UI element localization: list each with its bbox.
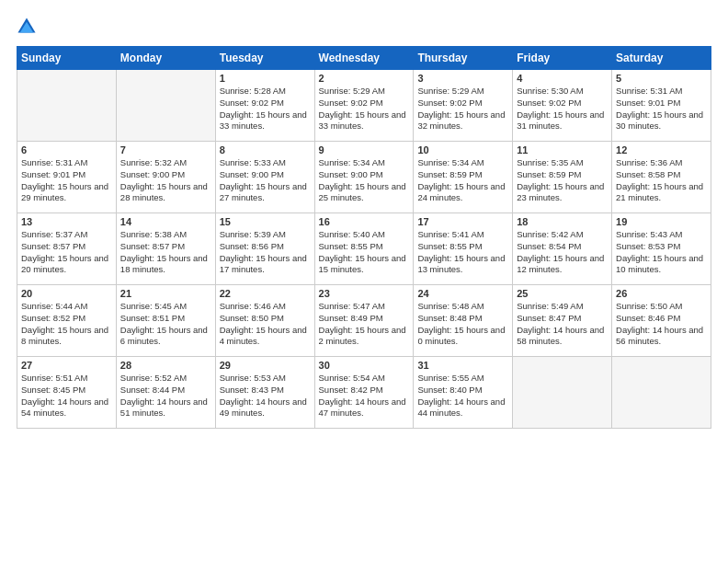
calendar-cell: 13Sunrise: 5:37 AM Sunset: 8:57 PM Dayli… — [17, 213, 117, 285]
day-number: 1 — [220, 73, 311, 84]
day-info: Sunrise: 5:28 AM Sunset: 9:02 PM Dayligh… — [220, 86, 311, 132]
day-number: 8 — [220, 144, 311, 155]
calendar: SundayMondayTuesdayWednesdayThursdayFrid… — [17, 46, 711, 429]
day-info: Sunrise: 5:40 AM Sunset: 8:55 PM Dayligh… — [319, 229, 410, 276]
day-number: 4 — [517, 73, 608, 84]
calendar-cell: 17Sunrise: 5:41 AM Sunset: 8:55 PM Dayli… — [414, 213, 513, 285]
calendar-cell: 5Sunrise: 5:31 AM Sunset: 9:01 PM Daylig… — [612, 70, 711, 142]
day-info: Sunrise: 5:42 AM Sunset: 8:54 PM Dayligh… — [517, 229, 608, 276]
calendar-cell: 15Sunrise: 5:39 AM Sunset: 8:56 PM Dayli… — [215, 213, 314, 285]
calendar-cell: 16Sunrise: 5:40 AM Sunset: 8:55 PM Dayli… — [314, 213, 414, 285]
calendar-cell: 11Sunrise: 5:35 AM Sunset: 8:59 PM Dayli… — [513, 142, 612, 213]
day-info: Sunrise: 5:52 AM Sunset: 8:44 PM Dayligh… — [120, 373, 211, 419]
day-info: Sunrise: 5:47 AM Sunset: 8:49 PM Dayligh… — [319, 301, 410, 348]
day-number: 14 — [120, 216, 211, 227]
day-info: Sunrise: 5:41 AM Sunset: 8:55 PM Dayligh… — [417, 229, 508, 276]
page: SundayMondayTuesdayWednesdayThursdayFrid… — [0, 0, 728, 563]
calendar-cell: 28Sunrise: 5:52 AM Sunset: 8:44 PM Dayli… — [116, 357, 215, 429]
day-info: Sunrise: 5:44 AM Sunset: 8:52 PM Dayligh… — [21, 301, 112, 348]
day-number: 16 — [319, 216, 410, 227]
calendar-cell: 27Sunrise: 5:51 AM Sunset: 8:45 PM Dayli… — [17, 357, 117, 429]
day-info: Sunrise: 5:31 AM Sunset: 9:01 PM Dayligh… — [21, 157, 112, 204]
calendar-cell: 18Sunrise: 5:42 AM Sunset: 8:54 PM Dayli… — [513, 213, 612, 285]
day-info: Sunrise: 5:34 AM Sunset: 9:00 PM Dayligh… — [319, 157, 410, 204]
calendar-header-row: SundayMondayTuesdayWednesdayThursdayFrid… — [17, 47, 711, 70]
day-number: 10 — [417, 144, 508, 155]
calendar-week-row: 1Sunrise: 5:28 AM Sunset: 9:02 PM Daylig… — [17, 70, 711, 142]
day-info: Sunrise: 5:48 AM Sunset: 8:48 PM Dayligh… — [417, 301, 508, 348]
day-number: 3 — [417, 73, 508, 84]
logo-icon — [17, 17, 37, 37]
day-number: 11 — [517, 144, 608, 155]
calendar-cell: 4Sunrise: 5:30 AM Sunset: 9:02 PM Daylig… — [513, 70, 612, 142]
day-number: 20 — [21, 288, 112, 299]
day-number: 6 — [21, 144, 112, 155]
day-number: 29 — [220, 360, 311, 371]
calendar-cell: 24Sunrise: 5:48 AM Sunset: 8:48 PM Dayli… — [414, 285, 513, 357]
calendar-cell: 21Sunrise: 5:45 AM Sunset: 8:51 PM Dayli… — [116, 285, 215, 357]
day-number: 31 — [417, 360, 508, 371]
calendar-cell: 3Sunrise: 5:29 AM Sunset: 9:02 PM Daylig… — [414, 70, 513, 142]
day-number: 12 — [616, 144, 707, 155]
day-number: 22 — [220, 288, 311, 299]
day-number: 13 — [21, 216, 112, 227]
day-info: Sunrise: 5:43 AM Sunset: 8:53 PM Dayligh… — [616, 229, 707, 276]
day-info: Sunrise: 5:32 AM Sunset: 9:00 PM Dayligh… — [120, 157, 211, 204]
day-number: 17 — [417, 216, 508, 227]
day-number: 18 — [517, 216, 608, 227]
day-number: 30 — [319, 360, 410, 371]
calendar-cell: 2Sunrise: 5:29 AM Sunset: 9:02 PM Daylig… — [314, 70, 414, 142]
header — [17, 17, 711, 37]
day-info: Sunrise: 5:39 AM Sunset: 8:56 PM Dayligh… — [220, 229, 311, 276]
day-number: 28 — [120, 360, 211, 371]
day-info: Sunrise: 5:29 AM Sunset: 9:02 PM Dayligh… — [417, 86, 508, 132]
day-number: 21 — [120, 288, 211, 299]
day-info: Sunrise: 5:51 AM Sunset: 8:45 PM Dayligh… — [21, 373, 112, 419]
calendar-cell: 20Sunrise: 5:44 AM Sunset: 8:52 PM Dayli… — [17, 285, 117, 357]
calendar-week-row: 6Sunrise: 5:31 AM Sunset: 9:01 PM Daylig… — [17, 142, 711, 213]
day-number: 23 — [319, 288, 410, 299]
day-info: Sunrise: 5:55 AM Sunset: 8:40 PM Dayligh… — [417, 373, 508, 419]
day-info: Sunrise: 5:35 AM Sunset: 8:59 PM Dayligh… — [517, 157, 608, 204]
day-info: Sunrise: 5:31 AM Sunset: 9:01 PM Dayligh… — [616, 86, 707, 132]
calendar-cell: 25Sunrise: 5:49 AM Sunset: 8:47 PM Dayli… — [513, 285, 612, 357]
day-info: Sunrise: 5:34 AM Sunset: 8:59 PM Dayligh… — [417, 157, 508, 204]
day-number: 2 — [319, 73, 410, 84]
day-info: Sunrise: 5:54 AM Sunset: 8:42 PM Dayligh… — [319, 373, 410, 419]
calendar-header-friday: Friday — [513, 47, 612, 70]
calendar-cell: 31Sunrise: 5:55 AM Sunset: 8:40 PM Dayli… — [414, 357, 513, 429]
calendar-week-row: 13Sunrise: 5:37 AM Sunset: 8:57 PM Dayli… — [17, 213, 711, 285]
calendar-cell: 30Sunrise: 5:54 AM Sunset: 8:42 PM Dayli… — [314, 357, 414, 429]
day-number: 26 — [616, 288, 707, 299]
logo — [17, 17, 40, 37]
calendar-header-tuesday: Tuesday — [215, 47, 314, 70]
day-info: Sunrise: 5:53 AM Sunset: 8:43 PM Dayligh… — [220, 373, 311, 419]
calendar-header-sunday: Sunday — [17, 47, 117, 70]
calendar-cell — [612, 357, 711, 429]
day-number: 15 — [220, 216, 311, 227]
calendar-header-thursday: Thursday — [414, 47, 513, 70]
day-info: Sunrise: 5:45 AM Sunset: 8:51 PM Dayligh… — [120, 301, 211, 348]
calendar-header-saturday: Saturday — [612, 47, 711, 70]
calendar-cell: 1Sunrise: 5:28 AM Sunset: 9:02 PM Daylig… — [215, 70, 314, 142]
calendar-cell — [513, 357, 612, 429]
calendar-week-row: 20Sunrise: 5:44 AM Sunset: 8:52 PM Dayli… — [17, 285, 711, 357]
calendar-cell: 10Sunrise: 5:34 AM Sunset: 8:59 PM Dayli… — [414, 142, 513, 213]
calendar-header-wednesday: Wednesday — [314, 47, 414, 70]
calendar-cell: 8Sunrise: 5:33 AM Sunset: 9:00 PM Daylig… — [215, 142, 314, 213]
day-info: Sunrise: 5:49 AM Sunset: 8:47 PM Dayligh… — [517, 301, 608, 348]
calendar-cell: 7Sunrise: 5:32 AM Sunset: 9:00 PM Daylig… — [116, 142, 215, 213]
day-number: 25 — [517, 288, 608, 299]
calendar-cell — [116, 70, 215, 142]
calendar-header-monday: Monday — [116, 47, 215, 70]
calendar-cell: 22Sunrise: 5:46 AM Sunset: 8:50 PM Dayli… — [215, 285, 314, 357]
day-number: 5 — [616, 73, 707, 84]
day-number: 27 — [21, 360, 112, 371]
day-number: 9 — [319, 144, 410, 155]
calendar-cell: 19Sunrise: 5:43 AM Sunset: 8:53 PM Dayli… — [612, 213, 711, 285]
day-number: 7 — [120, 144, 211, 155]
calendar-cell: 14Sunrise: 5:38 AM Sunset: 8:57 PM Dayli… — [116, 213, 215, 285]
calendar-cell: 23Sunrise: 5:47 AM Sunset: 8:49 PM Dayli… — [314, 285, 414, 357]
day-info: Sunrise: 5:37 AM Sunset: 8:57 PM Dayligh… — [21, 229, 112, 276]
calendar-cell: 26Sunrise: 5:50 AM Sunset: 8:46 PM Dayli… — [612, 285, 711, 357]
